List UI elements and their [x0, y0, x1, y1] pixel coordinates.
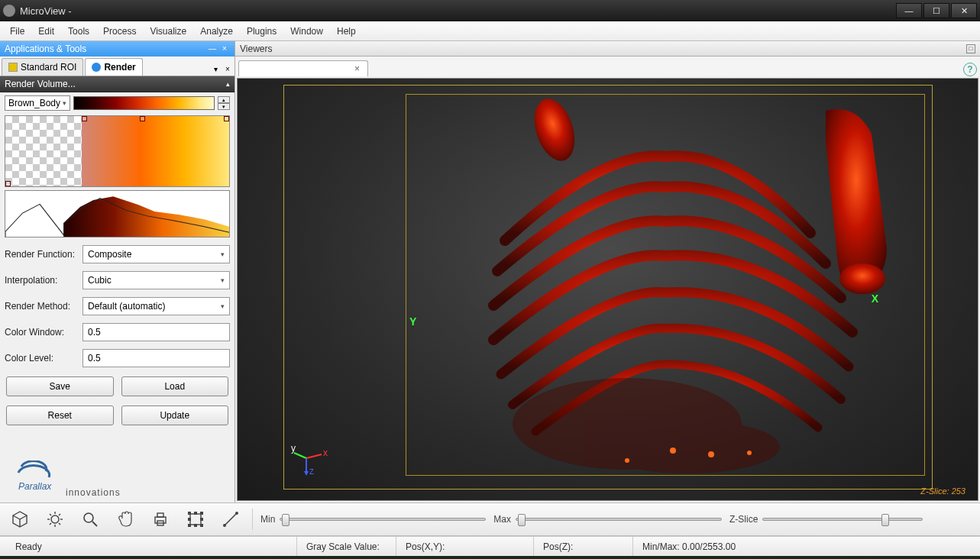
- select-render-method-value: Default (automatic): [88, 301, 165, 312]
- select-render-function-value: Composite: [88, 249, 131, 260]
- tool-line-icon[interactable]: [217, 507, 244, 532]
- orientation-widget: x y z: [291, 439, 329, 477]
- tool-transform-icon[interactable]: [182, 507, 209, 532]
- svg-rect-34: [188, 524, 191, 527]
- status-pos-xy: Pos(X,Y):: [396, 537, 533, 556]
- z-slice-overlay: Z-Slice: 253: [920, 486, 965, 496]
- save-button[interactable]: Save: [6, 376, 114, 396]
- tool-pan-icon[interactable]: [112, 507, 139, 532]
- tf-handle[interactable]: [140, 116, 145, 121]
- svg-line-10: [306, 454, 322, 458]
- transfer-function-editor[interactable]: [5, 115, 230, 187]
- svg-rect-28: [155, 517, 166, 523]
- menu-analyze[interactable]: Analyze: [193, 23, 240, 40]
- menu-process[interactable]: Process: [96, 23, 143, 40]
- svg-line-23: [59, 523, 60, 525]
- tab-standard-roi-label: Standard ROI: [21, 62, 76, 73]
- slider-max-group: Max: [493, 514, 722, 525]
- update-button[interactable]: Update: [121, 406, 229, 425]
- left-panel: Applications & Tools — × Standard ROI Re…: [0, 41, 235, 502]
- chevron-down-icon: ▾: [221, 302, 225, 310]
- window-title: MicroView -: [20, 5, 894, 17]
- help-icon[interactable]: ?: [963, 63, 977, 76]
- slider-min-label: Min: [260, 514, 275, 525]
- panel-close-icon[interactable]: ×: [219, 44, 230, 54]
- menu-plugins[interactable]: Plugins: [240, 23, 283, 40]
- axis-x-label: X: [872, 292, 878, 305]
- select-render-function[interactable]: Composite ▾: [82, 245, 230, 263]
- viewer-header-title: Viewers: [240, 44, 272, 54]
- tab-standard-roi[interactable]: Standard ROI: [2, 58, 83, 76]
- histogram-canvas[interactable]: [5, 190, 230, 237]
- tool-zoom-icon[interactable]: [76, 507, 104, 532]
- tab-render[interactable]: Render: [85, 58, 142, 76]
- menu-file[interactable]: File: [3, 23, 31, 40]
- close-button[interactable]: ✕: [951, 3, 977, 18]
- slider-min[interactable]: [280, 518, 486, 521]
- select-render-method[interactable]: Default (automatic) ▾: [82, 297, 230, 315]
- svg-rect-37: [194, 524, 197, 527]
- tf-handle[interactable]: [5, 181, 11, 186]
- tool-cube-icon[interactable]: [6, 507, 34, 532]
- chevron-down-icon: ▾: [221, 276, 225, 284]
- minimize-button[interactable]: —: [896, 3, 922, 18]
- slider-min-group: Min: [260, 514, 486, 525]
- status-ready: Ready: [6, 537, 296, 556]
- tool-print-icon[interactable]: [147, 507, 174, 532]
- 3d-viewport[interactable]: X Y x y z Z-Slice: 253: [237, 78, 978, 501]
- tool-light-icon[interactable]: [41, 507, 69, 532]
- maximize-button[interactable]: ☐: [923, 3, 949, 18]
- tf-handle[interactable]: [82, 116, 87, 121]
- viewer-tabbar: × ?: [235, 57, 980, 76]
- render-body: Brown_Body ▾ ▴ ▾: [0, 92, 234, 428]
- panel-minimize-icon[interactable]: —: [207, 44, 218, 54]
- viewer-panel: Viewers □ × ?: [235, 41, 980, 502]
- status-minmax: Min/Max: 0.00/2553.00: [632, 537, 974, 556]
- svg-rect-38: [188, 518, 191, 521]
- svg-point-42: [235, 512, 238, 515]
- slider-max[interactable]: [516, 518, 722, 521]
- lut-spin-down[interactable]: ▾: [218, 103, 230, 110]
- label-color-window: Color Window:: [5, 327, 78, 338]
- slider-zslice-label: Z-Slice: [729, 514, 758, 525]
- lut-spin-up[interactable]: ▴: [218, 96, 230, 103]
- svg-rect-33: [200, 512, 203, 515]
- svg-line-12: [294, 453, 306, 458]
- tool-tabbar: Standard ROI Render ▾ ×: [0, 57, 234, 76]
- menu-tools[interactable]: Tools: [61, 23, 96, 40]
- svg-rect-29: [157, 513, 163, 517]
- load-button[interactable]: Load: [121, 376, 229, 396]
- chevron-down-icon: ▾: [221, 250, 225, 258]
- slider-max-thumb[interactable]: [518, 514, 526, 526]
- viewer-maximize-icon[interactable]: □: [966, 44, 975, 53]
- logo-area: Parallax innovations: [0, 456, 234, 502]
- input-color-window[interactable]: [82, 323, 230, 341]
- svg-text:innovations: innovations: [66, 487, 121, 497]
- svg-rect-36: [194, 512, 197, 515]
- menu-help[interactable]: Help: [330, 23, 363, 40]
- svg-text:y: y: [291, 443, 296, 454]
- reset-button[interactable]: Reset: [6, 406, 114, 425]
- titlebar: MicroView - — ☐ ✕: [0, 0, 980, 21]
- select-interpolation[interactable]: Cubic ▾: [82, 271, 230, 289]
- svg-marker-15: [304, 471, 309, 476]
- tf-handle[interactable]: [224, 116, 229, 121]
- svg-line-27: [92, 522, 97, 526]
- svg-point-41: [223, 524, 226, 527]
- viewer-header: Viewers □: [235, 41, 980, 57]
- slider-min-thumb[interactable]: [282, 514, 289, 526]
- svg-line-25: [59, 514, 60, 515]
- tab-dropdown-icon[interactable]: ▾: [210, 65, 221, 76]
- menu-edit[interactable]: Edit: [31, 23, 61, 40]
- slider-zslice[interactable]: [762, 518, 923, 521]
- menu-visualize[interactable]: Visualize: [143, 23, 193, 40]
- input-color-level[interactable]: [82, 349, 230, 367]
- menu-window[interactable]: Window: [283, 23, 330, 40]
- lut-select[interactable]: Brown_Body ▾: [5, 95, 70, 111]
- viewer-tab[interactable]: ×: [238, 60, 368, 76]
- viewer-tab-close-icon[interactable]: ×: [353, 63, 361, 74]
- render-section-header[interactable]: Render Volume... ▴: [0, 76, 234, 92]
- tab-close-icon[interactable]: ×: [222, 65, 233, 76]
- statusbar: Ready Gray Scale Value: Pos(X,Y): Pos(Z)…: [0, 536, 980, 556]
- slider-zslice-thumb[interactable]: [881, 514, 889, 526]
